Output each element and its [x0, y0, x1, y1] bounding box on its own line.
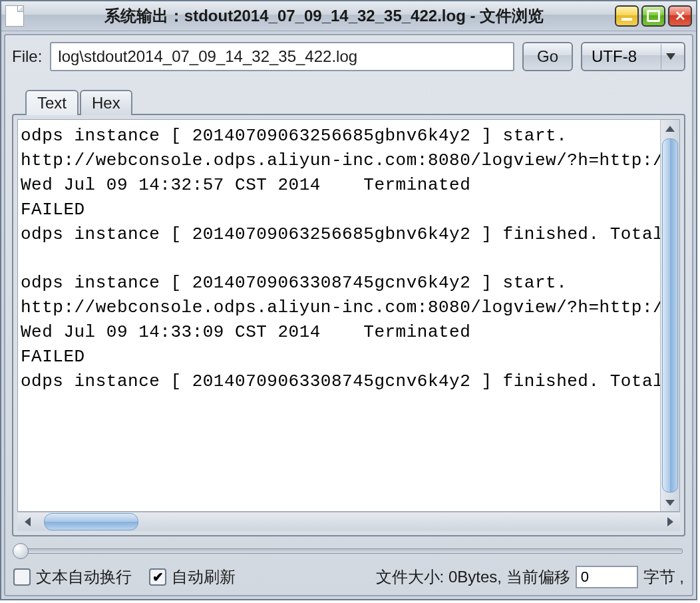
- close-button[interactable]: ✕: [668, 5, 692, 27]
- scroll-right-icon[interactable]: [660, 512, 680, 531]
- log-text[interactable]: odps instance [ 20140709063256685gbnv6k4…: [18, 120, 660, 511]
- bytes-label: 字节 ,: [643, 566, 684, 588]
- chevron-down-icon: [661, 44, 680, 69]
- file-path-input[interactable]: [50, 42, 514, 71]
- auto-refresh-label: 自动刷新: [172, 566, 236, 588]
- offset-input[interactable]: [576, 566, 638, 588]
- scroll-down-icon[interactable]: [661, 494, 679, 511]
- auto-refresh-checkbox[interactable]: [149, 568, 166, 586]
- window-title: 系统输出：stdout2014_07_09_14_32_35_422.log -…: [33, 5, 615, 27]
- wrap-checkbox[interactable]: [13, 568, 31, 586]
- content-panel: odps instance [ 20140709063256685gbnv6k4…: [12, 114, 685, 536]
- filesize-label: 文件大小: 0Bytes, 当前偏移: [376, 566, 570, 588]
- main-panel: File: Go UTF-8 Text Hex odps instance [ …: [4, 34, 693, 596]
- tabs: Text Hex: [25, 89, 685, 114]
- scroll-up-icon[interactable]: [661, 120, 679, 137]
- tab-hex[interactable]: Hex: [80, 90, 132, 115]
- titlebar: 系统输出：stdout2014_07_09_14_32_35_422.log -…: [1, 1, 696, 31]
- tab-text[interactable]: Text: [25, 90, 79, 115]
- horizontal-scroll-track[interactable]: [37, 512, 660, 531]
- minimize-button[interactable]: [615, 5, 639, 27]
- vertical-scrollbar[interactable]: [660, 120, 679, 511]
- encoding-value: UTF-8: [592, 47, 657, 66]
- horizontal-scrollbar[interactable]: [17, 512, 680, 531]
- maximize-button[interactable]: [641, 5, 665, 27]
- encoding-select[interactable]: UTF-8: [581, 42, 685, 71]
- offset-slider-row: [12, 543, 685, 559]
- horizontal-scroll-thumb[interactable]: [44, 513, 138, 530]
- go-button[interactable]: Go: [522, 42, 573, 71]
- document-icon: [5, 5, 24, 27]
- window-buttons: ✕: [615, 5, 692, 27]
- scroll-left-icon[interactable]: [17, 512, 37, 531]
- text-area-wrap: odps instance [ 20140709063256685gbnv6k4…: [17, 119, 680, 512]
- file-row: File: Go UTF-8: [12, 42, 685, 71]
- footer-row: 文本自动换行 自动刷新 文件大小: 0Bytes, 当前偏移 字节 ,: [12, 564, 685, 591]
- vertical-scroll-thumb[interactable]: [662, 138, 678, 493]
- wrap-label: 文本自动换行: [36, 566, 132, 588]
- file-label: File:: [12, 47, 42, 66]
- offset-slider[interactable]: [15, 548, 683, 554]
- slider-knob[interactable]: [13, 543, 29, 559]
- file-viewer-window: 系统输出：stdout2014_07_09_14_32_35_422.log -…: [0, 0, 697, 600]
